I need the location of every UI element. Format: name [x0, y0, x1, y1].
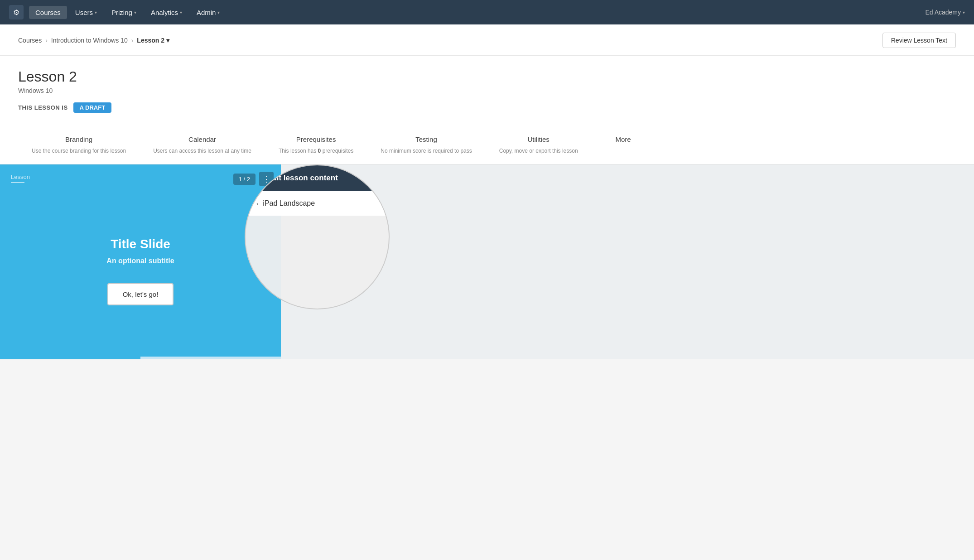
tab-utilities[interactable]: Utilities Copy, move or export this less… [486, 126, 592, 164]
nav-prizing[interactable]: Prizing ▾ [105, 6, 143, 19]
main-content: Courses › Introduction to Windows 10 › L… [0, 24, 974, 359]
page-title: Lesson 2 [18, 68, 956, 85]
nav-admin[interactable]: Admin ▾ [190, 6, 227, 19]
progress-bar [0, 357, 281, 359]
breadcrumb: Courses › Introduction to Windows 10 › L… [18, 37, 169, 44]
page-header: Lesson 2 Windows 10 THIS LESSON IS A DRA… [0, 56, 974, 117]
nav-users[interactable]: Users ▾ [69, 6, 103, 19]
breadcrumb-current[interactable]: Lesson 2 ▾ [137, 37, 169, 44]
breadcrumb-sep-2: › [131, 37, 134, 44]
preview-area: Lesson 1 / 2 ⋮ Title Slide An optional s… [0, 164, 974, 359]
popup-area: ✏ Edit lesson content › iPad Landscape [281, 164, 974, 359]
popup-circle-overlay: ✏ Edit lesson content › iPad Landscape [245, 164, 390, 309]
tab-calendar[interactable]: Calendar Users can access this lesson at… [140, 126, 265, 164]
review-lesson-text-button[interactable]: Review Lesson Text [882, 33, 956, 48]
slide-counter: 1 / 2 [233, 174, 256, 185]
page-subtitle: Windows 10 [18, 87, 956, 94]
admin-dropdown-arrow: ▾ [217, 10, 220, 15]
tab-more[interactable]: More [592, 126, 655, 164]
draft-badge: A DRAFT [73, 102, 112, 113]
slide-title: Title Slide [111, 237, 170, 251]
tab-prerequisites[interactable]: Prerequisites This lesson has 0 prerequi… [265, 126, 367, 164]
users-dropdown-arrow: ▾ [95, 10, 97, 15]
account-menu[interactable]: Ed Academy ▾ [925, 9, 965, 16]
slide-lesson-label: Lesson [11, 174, 270, 180]
prizing-dropdown-arrow: ▾ [134, 10, 136, 15]
nav-links: Courses Users ▾ Prizing ▾ Analytics ▾ Ad… [29, 6, 925, 19]
chevron-right-icon: › [256, 200, 258, 207]
nav-courses[interactable]: Courses [29, 6, 67, 19]
draft-label: THIS LESSON IS [18, 104, 68, 111]
slide-subtitle: An optional subtitle [106, 257, 174, 265]
ipad-landscape-button[interactable]: › iPad Landscape [246, 191, 389, 216]
gear-icon: ⚙ [9, 5, 24, 19]
tab-branding[interactable]: Branding Use the course branding for thi… [18, 126, 140, 164]
breadcrumb-sep-1: › [45, 37, 48, 44]
breadcrumb-courses[interactable]: Courses [18, 37, 42, 44]
breadcrumb-bar: Courses › Introduction to Windows 10 › L… [0, 24, 974, 56]
analytics-dropdown-arrow: ▾ [180, 10, 182, 15]
account-dropdown-arrow: ▾ [963, 10, 965, 15]
navbar: ⚙ Courses Users ▾ Prizing ▾ Analytics ▾ … [0, 0, 974, 24]
section-tabs: Branding Use the course branding for thi… [0, 126, 974, 164]
preview-container: Lesson 1 / 2 ⋮ Title Slide An optional s… [0, 164, 974, 359]
slide-content: Title Slide An optional subtitle Ok, let… [0, 183, 281, 359]
lesson-dropdown-arrow: ▾ [166, 37, 169, 44]
slide-preview: Lesson 1 / 2 ⋮ Title Slide An optional s… [0, 164, 281, 359]
progress-bar-fill [0, 357, 140, 359]
nav-analytics[interactable]: Analytics ▾ [145, 6, 188, 19]
draft-row: THIS LESSON IS A DRAFT [18, 102, 956, 113]
breadcrumb-course[interactable]: Introduction to Windows 10 [51, 37, 128, 44]
tab-testing[interactable]: Testing No minimum score is required to … [367, 126, 485, 164]
slide-ok-button[interactable]: Ok, let's go! [107, 283, 174, 305]
